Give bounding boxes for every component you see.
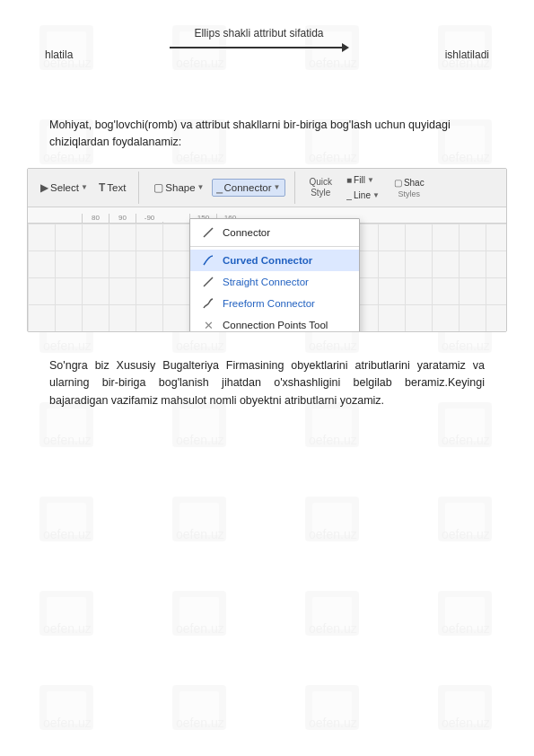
- dd-item-freeform[interactable]: Freeform Connector: [190, 293, 359, 314]
- curved-connector-icon: [201, 254, 215, 267]
- watermark-cell: oefen.uz: [398, 566, 531, 660]
- connector-label: Connector: [224, 182, 272, 193]
- arrow-area: hlatila Ellips shakli attribut sifatida …: [27, 16, 507, 61]
- svg-text:oefen.uz: oefen.uz: [43, 621, 92, 636]
- watermark-cell: oefen.uz: [133, 566, 266, 660]
- ruler-tick-blank: [162, 222, 189, 223]
- fill-label: Fill: [354, 175, 365, 185]
- svg-rect-85: [47, 691, 86, 724]
- connector-icon: ⎯: [216, 181, 223, 194]
- svg-rect-88: [179, 691, 219, 724]
- toolbar-row: ▶ Select ▼ T Text ▢ Shape ▼ ⎯ Conne: [28, 169, 506, 207]
- arrow-label-right: ishlatiladi: [445, 23, 507, 61]
- svg-line-96: [204, 277, 213, 286]
- svg-text:oefen.uz: oefen.uz: [309, 433, 357, 447]
- dd-connector-label: Connector: [223, 227, 270, 238]
- watermark-cell: oefen.uz: [0, 566, 133, 660]
- ruler-tick-80: 80: [82, 214, 109, 223]
- svg-text:oefen.uz: oefen.uz: [176, 621, 224, 636]
- dd-item-straight[interactable]: Straight Connector: [190, 271, 359, 293]
- line-button[interactable]: ⎯ Line ▼: [343, 189, 383, 202]
- svg-text:oefen.uz: oefen.uz: [442, 433, 490, 447]
- shape-style-button[interactable]: ▢ Shac: [390, 176, 428, 189]
- dd-item-connector[interactable]: Connector: [190, 222, 359, 243]
- shape-button[interactable]: ▢ Shape ▼: [150, 180, 207, 196]
- svg-text:oefen.uz: oefen.uz: [309, 621, 357, 636]
- svg-rect-67: [312, 503, 352, 535]
- svg-rect-61: [47, 503, 86, 535]
- arrow-caption: Ellips shakli attribut sifatida: [194, 27, 323, 40]
- svg-text:oefen.uz: oefen.uz: [442, 527, 490, 541]
- svg-rect-84: [39, 685, 93, 730]
- svg-rect-79: [312, 597, 352, 629]
- style-label: Style: [311, 188, 330, 198]
- toolbar-group-shape: ▢ Shape ▼ ⎯ Connector ▼: [146, 171, 294, 204]
- svg-text:oefen.uz: oefen.uz: [176, 527, 224, 541]
- select-caret: ▼: [81, 183, 88, 191]
- connector-dd-icon: [201, 226, 215, 239]
- text-button[interactable]: T Text: [95, 180, 129, 196]
- svg-rect-60: [39, 497, 93, 541]
- line-caret: ▼: [372, 191, 380, 199]
- top-section: hlatila Ellips shakli attribut sifatida …: [0, 0, 534, 108]
- shape-icon: ▢: [153, 181, 163, 194]
- dd-item-conn-points[interactable]: ✕ Connection Points Tool: [190, 314, 359, 332]
- watermark-cell: oefen.uz: [266, 471, 398, 566]
- fill-line-group: ■ Fill ▼ ⎯ Line ▼: [339, 173, 383, 202]
- watermark-cell: oefen.uz: [133, 471, 266, 566]
- description-paragraph: Mohiyat, bog'lovchi(romb) va attribut sh…: [49, 119, 451, 148]
- dd-straight-label: Straight Connector: [223, 277, 309, 287]
- select-button[interactable]: ▶ Select ▼: [37, 180, 92, 196]
- quick-style-button[interactable]: Quick Style: [306, 175, 337, 199]
- styles-label: Styles: [390, 189, 428, 198]
- toolbar-group-style: Quick Style ■ Fill ▼ ⎯ Line ▼: [302, 171, 437, 204]
- conn-points-icon: ✕: [201, 319, 215, 332]
- svg-rect-76: [179, 597, 219, 629]
- cursor-icon: ▶: [40, 181, 48, 194]
- watermark-cell: oefen.uz: [0, 660, 133, 754]
- svg-text:oefen.uz: oefen.uz: [442, 716, 490, 730]
- freeform-connector-icon: [201, 297, 215, 310]
- toolbar-group-select: ▶ Select ▼ T Text: [33, 171, 139, 204]
- svg-text:oefen.uz: oefen.uz: [43, 716, 92, 730]
- connector-caret: ▼: [274, 183, 281, 191]
- svg-text:oefen.uz: oefen.uz: [176, 433, 224, 447]
- watermark-cell: oefen.uz: [398, 660, 531, 754]
- ruler-tick-90: 90: [109, 214, 136, 223]
- svg-text:oefen.uz: oefen.uz: [309, 716, 357, 730]
- arrow-label-left: hlatila: [27, 23, 73, 61]
- arrow-line-body: [170, 47, 342, 48]
- svg-rect-73: [47, 597, 86, 629]
- arrow-head: [342, 43, 349, 52]
- bottom-paragraph: So'ngra biz Xususiy Bugalteriya Firmasin…: [49, 357, 485, 409]
- arrow-middle: Ellips shakli attribut sifatida: [73, 23, 444, 52]
- watermark-cell: oefen.uz: [0, 471, 133, 566]
- svg-rect-90: [305, 685, 359, 730]
- svg-rect-72: [39, 591, 93, 636]
- select-label: Select: [50, 182, 79, 193]
- svg-text:oefen.uz: oefen.uz: [176, 716, 224, 730]
- watermark-cell: oefen.uz: [398, 471, 531, 566]
- page-content: hlatila Ellips shakli attribut sifatida …: [0, 0, 534, 423]
- shape-caret: ▼: [197, 183, 205, 191]
- svg-text:oefen.uz: oefen.uz: [43, 527, 92, 541]
- svg-rect-66: [305, 497, 359, 541]
- quick-label: Quick: [310, 177, 333, 187]
- watermark-cell: oefen.uz: [266, 566, 398, 660]
- shape2-label: Shac: [404, 178, 425, 188]
- shape-style-icon: ▢: [394, 178, 402, 188]
- line-icon: ⎯: [346, 190, 352, 200]
- dd-item-curved[interactable]: Curved Connector: [190, 250, 359, 271]
- dd-curved-label: Curved Connector: [223, 255, 312, 266]
- svg-rect-82: [445, 597, 485, 629]
- dd-sep-1: [190, 246, 359, 247]
- shape-label: Shape: [165, 182, 195, 193]
- fill-button[interactable]: ■ Fill ▼: [343, 173, 383, 187]
- svg-rect-70: [445, 503, 485, 535]
- fill-icon: ■: [346, 175, 352, 185]
- ruler-tick-neg90: -90: [136, 214, 162, 223]
- dd-conn-points-label: Connection Points Tool: [223, 320, 328, 330]
- text-label: Text: [107, 182, 126, 193]
- line-label: Line: [354, 190, 371, 200]
- connector-button[interactable]: ⎯ Connector ▼: [212, 179, 285, 197]
